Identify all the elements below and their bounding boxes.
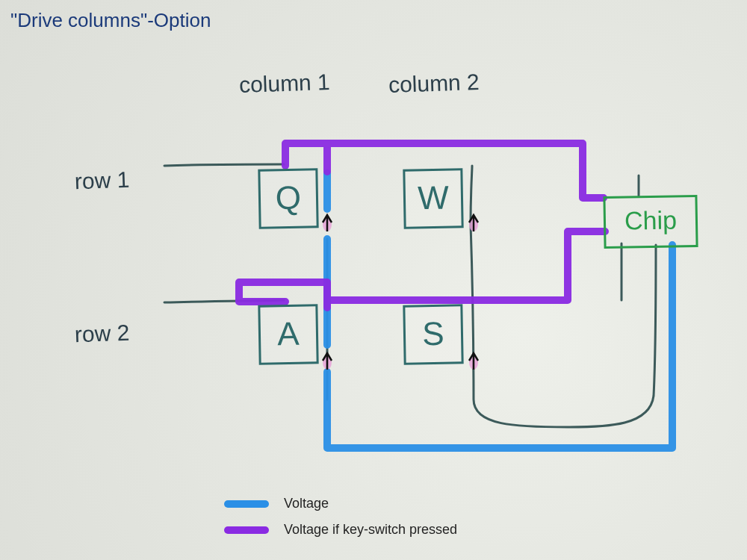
legend-voltage-pressed-label: Voltage if key-switch pressed xyxy=(284,522,457,538)
diode-w-icon xyxy=(469,215,478,231)
column-2-label: column 2 xyxy=(388,69,480,98)
column-1-label: column 1 xyxy=(238,69,330,98)
diode-s-icon xyxy=(469,353,478,370)
legend-voltage-label: Voltage xyxy=(284,496,329,511)
legend-voltage-swatch xyxy=(224,500,269,508)
chip: Chip xyxy=(603,195,698,249)
diode-q-icon xyxy=(323,215,332,231)
diode-layer xyxy=(0,0,747,560)
key-s: S xyxy=(403,304,463,364)
key-q: Q xyxy=(258,168,318,228)
row-2-label: row 2 xyxy=(74,320,130,348)
diagram-title: "Drive columns"-Option xyxy=(10,9,211,32)
row-1-label: row 1 xyxy=(74,167,130,195)
diode-a-icon xyxy=(323,353,332,370)
key-w: W xyxy=(403,168,463,228)
key-a: A xyxy=(258,304,318,364)
legend-voltage-pressed-swatch xyxy=(224,526,269,534)
